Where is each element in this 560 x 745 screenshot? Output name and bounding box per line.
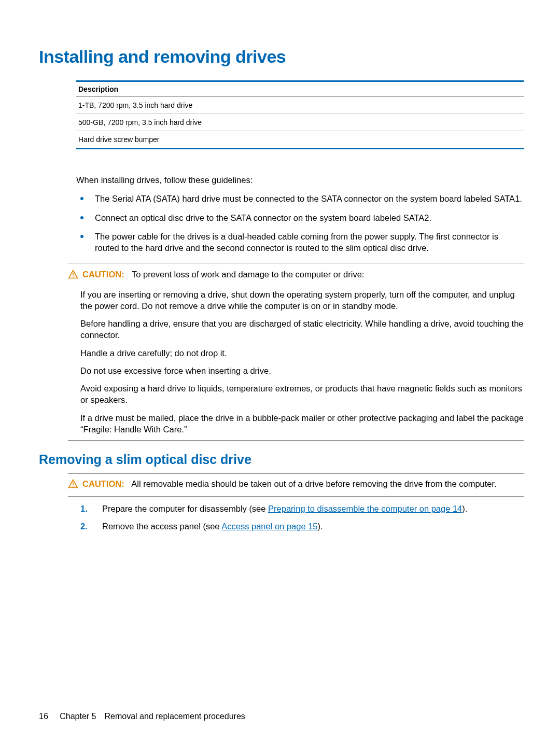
page-title: Installing and removing drives xyxy=(39,47,524,67)
list-item: Connect an optical disc drive to the SAT… xyxy=(76,212,524,223)
page-number: 16 xyxy=(39,712,48,721)
list-item: The Serial ATA (SATA) hard drive must be… xyxy=(76,193,524,204)
svg-point-3 xyxy=(73,486,74,487)
table-row: 1-TB, 7200 rpm, 3.5 inch hard drive xyxy=(76,97,524,114)
section-heading: Removing a slim optical disc drive xyxy=(39,452,524,467)
caution-paragraph: Do not use excessive force when insertin… xyxy=(68,365,524,376)
procedure-steps: 1. Prepare the computer for disassembly … xyxy=(76,503,524,532)
caution-paragraph: If a drive must be mailed, place the dri… xyxy=(68,412,524,435)
table-header: Description xyxy=(76,81,524,97)
table-row: Hard drive screw bumper xyxy=(76,131,524,149)
caution-block: CAUTION: All removable media should be t… xyxy=(68,473,524,496)
cross-reference-link[interactable]: Access panel on page 15 xyxy=(221,522,317,531)
caution-label: CAUTION: xyxy=(82,270,124,279)
warning-icon xyxy=(68,479,78,491)
caution-paragraph: Handle a drive carefully; do not drop it… xyxy=(68,347,524,359)
step-item: 2. Remove the access panel (see Access p… xyxy=(76,521,524,532)
svg-point-1 xyxy=(73,276,74,277)
cross-reference-link[interactable]: Preparing to disassemble the computer on… xyxy=(268,504,462,513)
warning-icon xyxy=(68,269,78,282)
step-number: 2. xyxy=(80,521,88,532)
step-item: 1. Prepare the computer for disassembly … xyxy=(76,503,524,514)
guideline-list: The Serial ATA (SATA) hard drive must be… xyxy=(76,193,524,254)
intro-text: When installing drives, follow these gui… xyxy=(76,174,524,186)
caution-paragraph: Before handling a drive, ensure that you… xyxy=(68,318,524,341)
chapter-label: Chapter 5 Removal and replacement proced… xyxy=(60,712,245,721)
list-item: The power cable for the drives is a dual… xyxy=(76,231,524,254)
page-footer: 16 Chapter 5 Removal and replacement pro… xyxy=(39,712,245,721)
caution-paragraph: Avoid exposing a hard drive to liquids, … xyxy=(68,383,524,406)
table-row: 500-GB, 7200 rpm, 3.5 inch hard drive xyxy=(76,114,524,131)
caution-label: CAUTION: xyxy=(82,479,124,488)
caution-paragraph: If you are inserting or removing a drive… xyxy=(68,289,524,312)
caution-lead: To prevent loss of work and damage to th… xyxy=(132,270,364,279)
caution-block: CAUTION: To prevent loss of work and dam… xyxy=(68,263,524,441)
caution-text: All removable media should be taken out … xyxy=(131,479,496,488)
description-table: Description 1-TB, 7200 rpm, 3.5 inch har… xyxy=(76,80,524,149)
step-number: 1. xyxy=(80,503,88,514)
